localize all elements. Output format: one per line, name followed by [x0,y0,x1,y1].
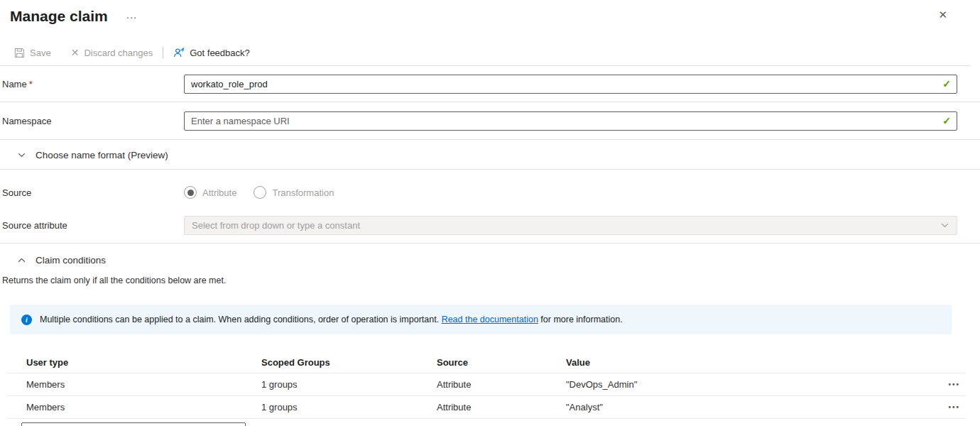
row-menu-icon[interactable]: ••• [933,381,966,388]
conditions-table: User type Scoped Groups Source Value Mem… [7,351,966,426]
dropdown-placeholder: Select from drop down or type a constant [192,220,360,231]
required-asterisk: * [29,79,33,89]
source-radio-group: Attribute Transformation [184,186,334,199]
namespace-field-row: Namespace ✓ [2,111,957,131]
cell-scoped-groups: 1 groups [261,379,437,390]
chevron-up-icon [17,256,26,265]
page-title: Manage claim [10,7,108,26]
radio-label: Transformation [272,187,334,198]
manage-claim-panel: Manage claim ... ✕ Save ✕ Discard change… [0,0,980,426]
valid-check-icon: ✓ [942,115,951,126]
section-claim-conditions[interactable]: Claim conditions [17,252,980,268]
namespace-input[interactable] [184,111,957,131]
banner-text: Multiple conditions can be applied to a … [40,315,623,324]
claim-conditions-description: Returns the claim only if all the condit… [2,275,980,285]
toolbar-separator [163,47,163,58]
table-row: Members 1 groups Attribute "Analyst" ••• [7,396,966,418]
radio-attribute[interactable]: Attribute [184,186,236,199]
name-field-row: Name* ✓ [2,75,957,94]
save-label: Save [30,48,51,58]
close-icon[interactable]: ✕ [938,9,947,21]
source-label: Source [2,187,184,198]
info-icon: i [21,315,32,325]
panel-header: Manage claim ... ✕ [0,0,980,26]
save-button[interactable]: Save [14,48,51,58]
chevron-down-icon [940,221,949,230]
cell-value: "DevOps_Admin" [566,379,933,390]
section-label: Choose name format (Preview) [36,150,168,160]
cell-source: Attribute [437,402,566,413]
discard-x-icon: ✕ [71,47,80,58]
table-header-row: User type Scoped Groups Source Value [7,351,966,373]
source-attribute-label: Source attribute [2,220,184,231]
section-choose-name-format[interactable]: Choose name format (Preview) [17,147,980,163]
section-label: Claim conditions [36,255,106,266]
cell-user-type: Members [7,402,261,413]
source-attribute-dropdown[interactable]: Select from drop down or type a constant [184,216,957,235]
radio-transformation[interactable]: Transformation [254,186,334,199]
name-input[interactable] [184,75,957,94]
namespace-label: Namespace [2,116,184,126]
save-icon [14,48,25,58]
col-header-scoped-groups: Scoped Groups [261,357,437,368]
divider [0,243,980,244]
read-documentation-link[interactable]: Read the documentation [442,315,538,324]
context-menu-icon[interactable]: ... [126,9,138,21]
row-menu-icon[interactable]: ••• [933,403,966,411]
radio-circle-selected [184,186,197,199]
divider [0,169,980,170]
discard-label: Discard changes [84,48,153,58]
cell-source: Attribute [437,379,566,390]
got-feedback-button[interactable]: Got feedback? [173,47,250,58]
col-header-user-type: User type [7,357,261,368]
new-condition-row: Select from drop down Select groups Attr… [7,419,966,426]
col-header-value: Value [566,357,933,368]
command-bar: Save ✕ Discard changes Got feedback? [14,45,970,60]
divider [0,139,980,140]
discard-changes-button[interactable]: ✕ Discard changes [71,47,153,58]
info-banner: i Multiple conditions can be applied to … [10,305,952,334]
radio-circle [254,186,266,199]
table-row: Members 1 groups Attribute "DevOps_Admin… [7,373,966,395]
cell-value: "Analyst" [566,402,933,413]
divider [0,65,970,66]
chevron-down-icon [17,151,26,160]
col-header-source: Source [437,357,566,368]
user-type-dropdown[interactable]: Select from drop down [21,422,246,426]
cell-user-type: Members [7,379,261,390]
source-attribute-row: Source attribute Select from drop down o… [2,216,957,235]
radio-label: Attribute [202,187,236,198]
name-label: Name* [2,79,184,89]
feedback-label: Got feedback? [190,48,250,58]
valid-check-icon: ✓ [942,78,951,89]
source-field-row: Source Attribute Transformation [2,186,957,199]
cell-scoped-groups: 1 groups [261,402,437,413]
feedback-icon [173,47,185,58]
divider [0,102,980,102]
